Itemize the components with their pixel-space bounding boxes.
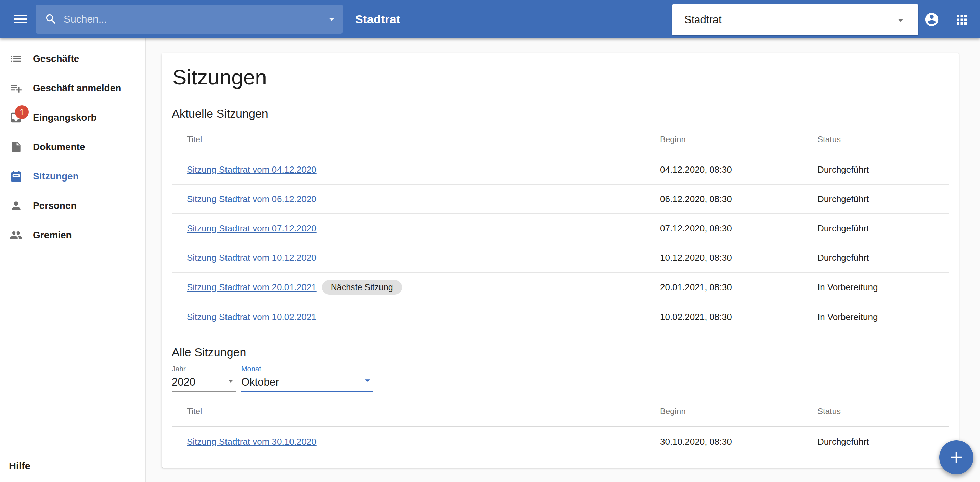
meeting-begin: 10.02.2021, 08:30 <box>660 312 818 322</box>
table-row: Sitzung Stadtrat vom 10.12.2020 10.12.20… <box>172 243 948 273</box>
table-row: Sitzung Stadtrat vom 30.10.2020 30.10.20… <box>172 427 948 457</box>
meeting-status: In Vorbereitung <box>818 312 948 322</box>
table-header-row: Titel Beginn Status <box>172 124 948 155</box>
page-title: Sitzungen <box>172 66 267 89</box>
month-select-label: Monat <box>241 365 373 374</box>
meeting-status: Durchgeführt <box>818 253 948 263</box>
list-icon <box>10 52 22 65</box>
table-row: Sitzung Stadtrat vom 10.02.2021 10.02.20… <box>172 302 948 331</box>
help-link[interactable]: Hilfe <box>9 460 30 472</box>
meeting-begin: 06.12.2020, 08:30 <box>660 194 818 205</box>
table-row: Sitzung Stadtrat vom 06.12.2020 06.12.20… <box>172 185 948 214</box>
sidebar-item-geschaeft-anmelden[interactable]: Geschäft anmelden <box>0 73 145 103</box>
sidebar-item-label: Eingangskorb <box>33 112 97 123</box>
current-meetings-table: Titel Beginn Status Sitzung Stadtrat vom… <box>172 124 948 331</box>
meeting-begin: 04.12.2020, 08:30 <box>660 165 818 175</box>
sidebar-item-label: Personen <box>33 200 76 211</box>
meeting-link[interactable]: Sitzung Stadtrat vom 30.10.2020 <box>187 436 317 447</box>
meeting-status: Durchgeführt <box>818 165 948 175</box>
month-select-value: Oktober <box>241 376 373 388</box>
appbar-title: Stadtrat <box>355 0 400 38</box>
sidebar: Geschäfte Geschäft anmelden 1 Eingangsko… <box>0 38 146 482</box>
sidebar-item-personen[interactable]: Personen <box>0 191 145 220</box>
year-select-label: Jahr <box>172 365 236 374</box>
account-button[interactable] <box>924 12 940 27</box>
column-header-beginn: Beginn <box>660 135 818 144</box>
chevron-down-icon <box>225 376 236 387</box>
document-icon <box>10 141 22 154</box>
sidebar-item-gremien[interactable]: Gremien <box>0 220 145 250</box>
add-meeting-fab[interactable] <box>939 440 974 474</box>
chevron-down-icon <box>362 375 373 386</box>
meetings-card: Sitzungen Aktuelle Sitzungen Titel Begin… <box>162 53 959 468</box>
meeting-begin: 30.10.2020, 08:30 <box>660 436 818 447</box>
meeting-status: Durchgeführt <box>818 436 948 447</box>
calendar-icon <box>10 170 22 183</box>
sidebar-item-label: Geschäfte <box>33 53 79 64</box>
search-input[interactable] <box>64 13 325 25</box>
meeting-link[interactable]: Sitzung Stadtrat vom 07.12.2020 <box>187 223 317 234</box>
meeting-status: Durchgeführt <box>818 223 948 234</box>
meeting-link[interactable]: Sitzung Stadtrat vom 04.12.2020 <box>187 165 317 175</box>
chevron-down-icon <box>894 14 907 26</box>
meeting-begin: 20.01.2021, 08:30 <box>660 282 818 293</box>
sidebar-item-geschaefte[interactable]: Geschäfte <box>0 44 145 73</box>
column-header-titel: Titel <box>172 406 660 416</box>
hamburger-menu-button[interactable] <box>12 11 29 27</box>
month-select[interactable]: Monat Oktober <box>241 365 373 392</box>
plus-icon <box>947 448 966 467</box>
meeting-link[interactable]: Sitzung Stadtrat vom 10.02.2021 <box>187 312 317 322</box>
column-header-status: Status <box>818 135 948 144</box>
table-header-row: Titel Beginn Status <box>172 396 948 427</box>
table-row: Sitzung Stadtrat vom 04.12.2020 04.12.20… <box>172 155 948 185</box>
column-header-beginn: Beginn <box>660 406 818 416</box>
meeting-link[interactable]: Sitzung Stadtrat vom 06.12.2020 <box>187 194 317 205</box>
meeting-begin: 07.12.2020, 08:30 <box>660 223 818 234</box>
sidebar-item-label: Dokumente <box>33 141 85 152</box>
next-meeting-chip: Nächste Sitzung <box>322 280 402 295</box>
meeting-begin: 10.12.2020, 08:30 <box>660 253 818 263</box>
apps-grid-button[interactable] <box>955 13 969 27</box>
sidebar-item-label: Gremien <box>33 230 72 241</box>
search-dropdown-caret-icon[interactable] <box>325 13 338 25</box>
menu-icon <box>12 11 29 27</box>
all-meetings-heading: Alle Sitzungen <box>172 346 246 359</box>
appbar: Stadtrat Stadtrat <box>0 0 980 38</box>
inbox-count-badge: 1 <box>15 105 29 119</box>
sidebar-item-label: Geschäft anmelden <box>33 83 121 94</box>
table-row: Sitzung Stadtrat vom 20.01.2021 Nächste … <box>172 273 948 302</box>
search-icon <box>45 13 57 25</box>
table-row: Sitzung Stadtrat vom 07.12.2020 07.12.20… <box>172 214 948 243</box>
sidebar-item-dokumente[interactable]: Dokumente <box>0 132 145 162</box>
person-icon <box>10 199 22 212</box>
sidebar-item-sitzungen[interactable]: Sitzungen <box>0 162 145 191</box>
tenant-select[interactable]: Stadtrat <box>672 5 918 35</box>
meeting-status: Durchgeführt <box>818 194 948 205</box>
meeting-link[interactable]: Sitzung Stadtrat vom 20.01.2021 <box>187 282 317 293</box>
current-meetings-heading: Aktuelle Sitzungen <box>172 107 268 121</box>
column-header-status: Status <box>818 406 948 416</box>
sidebar-item-eingangskorb[interactable]: 1 Eingangskorb <box>0 103 145 132</box>
meeting-status: In Vorbereitung <box>818 282 948 293</box>
meeting-link[interactable]: Sitzung Stadtrat vom 10.12.2020 <box>187 253 317 263</box>
sidebar-item-label: Sitzungen <box>33 171 79 182</box>
account-circle-icon <box>924 12 940 27</box>
all-meetings-table: Titel Beginn Status Sitzung Stadtrat vom… <box>172 396 948 457</box>
playlist-add-icon <box>10 82 22 95</box>
people-icon <box>10 229 22 242</box>
apps-grid-icon <box>955 13 969 27</box>
global-search <box>36 5 343 33</box>
inbox-icon: 1 <box>10 111 22 124</box>
year-select[interactable]: Jahr 2020 <box>172 365 236 392</box>
column-header-titel: Titel <box>172 135 660 144</box>
tenant-select-value: Stadtrat <box>684 14 722 26</box>
